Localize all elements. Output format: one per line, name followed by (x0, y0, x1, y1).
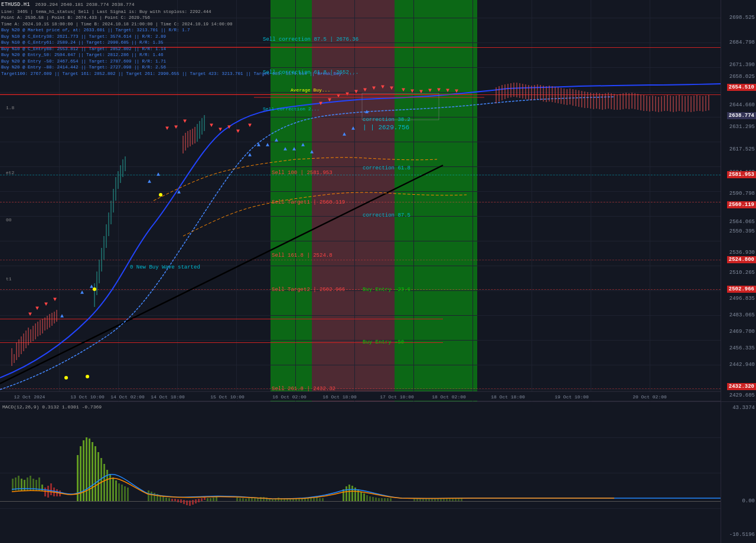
time-label-1: 13 Oct 10:00 (70, 394, 105, 400)
price-axis: 2698.525 2684.798 2671.390 2658.025 2654… (721, 0, 756, 401)
svg-rect-204 (124, 486, 126, 501)
t1-label: t1 (6, 276, 12, 282)
price-2631: 2631.295 (729, 124, 755, 130)
svg-text:▼: ▼ (328, 97, 331, 103)
price-badge-2560: 2560.119 (727, 201, 756, 208)
svg-rect-266 (360, 492, 362, 501)
svg-text:▼: ▼ (219, 126, 222, 133)
svg-rect-270 (372, 497, 374, 501)
svg-text:▼: ▼ (183, 118, 187, 125)
svg-rect-261 (346, 486, 347, 501)
svg-rect-234 (248, 498, 250, 501)
price-2564: 2564.065 (729, 219, 755, 225)
svg-rect-233 (245, 499, 247, 501)
svg-rect-256 (313, 498, 315, 501)
svg-point-163 (64, 376, 68, 380)
svg-rect-207 (151, 492, 152, 501)
svg-rect-274 (384, 498, 386, 501)
svg-rect-239 (263, 497, 265, 501)
correction-382-label: correction 38.2 (363, 117, 410, 123)
time-label-6: 16 Oct 18:00 (322, 394, 357, 400)
svg-rect-218 (183, 500, 185, 504)
svg-text:▲: ▲ (284, 146, 287, 152)
time-label-9: 18 Oct 18:00 (491, 394, 525, 400)
svg-text:▼: ▼ (419, 89, 423, 95)
svg-rect-244 (278, 498, 279, 501)
price-2483: 2483.065 (729, 312, 755, 318)
svg-rect-231 (239, 498, 241, 501)
svg-rect-228 (213, 498, 214, 501)
price-badge-2524: 2524.800 (727, 256, 756, 263)
svg-text:▼: ▼ (372, 85, 376, 91)
svg-rect-202 (118, 483, 120, 501)
price-2698: 2698.525 (729, 15, 755, 21)
buy-entry-neg50-label: Buy Entry -50 (363, 339, 404, 345)
price-2684: 2684.798 (729, 40, 755, 45)
correction-875-label: correction 87.5 (363, 212, 410, 218)
svg-text:▲: ▲ (365, 109, 369, 115)
time-label-4: 15 Oct 10:00 (210, 394, 245, 400)
svg-rect-262 (348, 485, 350, 501)
price-2456: 2456.335 (729, 345, 755, 351)
svg-text:▲: ▲ (148, 178, 151, 185)
svg-rect-254 (307, 498, 309, 501)
svg-rect-267 (363, 493, 365, 501)
svg-rect-224 (201, 498, 203, 501)
svg-rect-284 (434, 499, 436, 501)
time-label-7: 17 Oct 10:00 (380, 394, 414, 400)
svg-rect-206 (148, 490, 149, 501)
svg-text:▼: ▼ (337, 93, 340, 99)
ohlc: 2639.294 2640.181 2638.774 2638.774 (35, 2, 134, 7)
svg-text:▲: ▲ (351, 125, 355, 132)
price-2644: 2644.660 (729, 102, 755, 108)
time-label-10: 19 Oct 10:00 (555, 394, 589, 400)
price-badge-2432: 2432.320 (727, 383, 756, 390)
svg-rect-260 (343, 489, 344, 501)
svg-text:▼: ▼ (354, 89, 358, 95)
svg-text:▲: ▲ (60, 313, 64, 319)
svg-rect-173 (18, 476, 19, 490)
average-buy-label: Average Buy... (291, 87, 330, 93)
new-buy-wave-label: 0 New Buy Wave started (130, 264, 200, 270)
svg-rect-171 (12, 479, 14, 490)
svg-rect-222 (195, 499, 197, 503)
info-line-3: Buy %10 @ C_Entry88: 2553.812 || Target:… (1, 46, 355, 53)
svg-rect-215 (174, 499, 176, 501)
times: Time A: 2024.10.15 18:00:00 | Time B: 20… (1, 21, 355, 28)
svg-text:▼: ▼ (363, 87, 367, 93)
svg-point-165 (93, 287, 96, 291)
macd-panel: MACD(12,26,9) 0.3132 1.0301 -0.7369 (0, 401, 721, 543)
info-line-6: Buy %20 @ Entry -88: 2414.442 || Target:… (1, 64, 355, 71)
svg-text:▲: ▲ (301, 142, 305, 148)
svg-rect-208 (154, 493, 155, 501)
svg-rect-227 (210, 498, 211, 501)
macd-zero: 0.00 (742, 498, 755, 504)
svg-rect-238 (260, 497, 262, 501)
svg-text:▼: ▼ (381, 84, 384, 90)
indicator-line: Line: 3465 | tema_h1_status( Sell | Last… (1, 9, 355, 15)
svg-text:▼: ▼ (446, 87, 449, 94)
info-line-4: Buy %20 @ Entry_50: 2504.047 || Target: … (1, 52, 355, 58)
svg-rect-200 (112, 477, 114, 501)
svg-rect-195 (97, 452, 99, 501)
svg-rect-232 (242, 498, 244, 501)
svg-text:▲: ▲ (248, 152, 252, 158)
svg-rect-276 (390, 498, 392, 501)
info-line-1: Buy %10 @ C_Entry38: 2621.773 || Target:… (1, 34, 355, 40)
price-2671: 2671.390 (729, 62, 755, 68)
price-2550: 2550.395 (729, 228, 755, 234)
svg-rect-216 (177, 499, 179, 502)
svg-rect-201 (115, 480, 117, 501)
svg-rect-217 (180, 499, 182, 503)
svg-text:▼: ▼ (236, 128, 240, 135)
svg-rect-269 (369, 496, 371, 501)
correction-382-value: | | 2629.756 (363, 124, 409, 131)
sell-target2-label: Sell Target2 | 2502.966 (272, 287, 345, 293)
time-label-11: 20 Oct 02:00 (633, 394, 667, 400)
et2-label: et2 (6, 170, 14, 175)
svg-rect-273 (381, 498, 383, 501)
svg-text:▼: ▼ (28, 311, 32, 318)
svg-rect-213 (168, 498, 170, 501)
svg-rect-214 (171, 499, 173, 501)
svg-text:▲: ▲ (157, 171, 160, 178)
